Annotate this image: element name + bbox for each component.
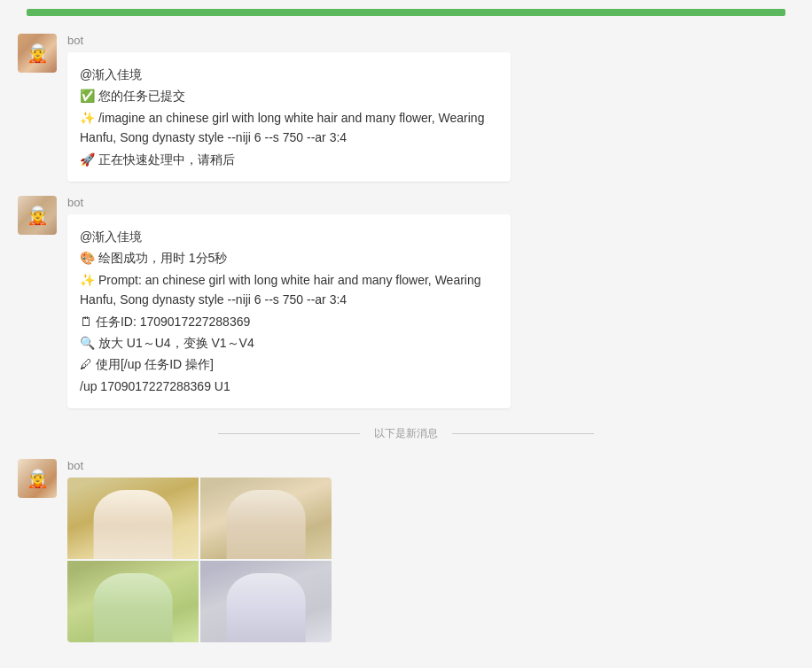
chat-container: 🧝 bot @渐入佳境 ✅ 您的任务已提交 ✨ /imagine an chin…: [0, 0, 812, 658]
avatar-3: 🧝: [18, 459, 57, 498]
msg1-line4: 🚀 正在快速处理中，请稍后: [80, 150, 498, 169]
top-bar: [27, 9, 785, 16]
grid-image-4[interactable]: [200, 561, 332, 642]
avatar-image-3: 🧝: [18, 459, 57, 498]
msg2-line5: 🔍 放大 U1～U4，变换 V1～V4: [80, 333, 498, 353]
msg2-line7: /up 17090172272883​69 U1: [80, 377, 498, 396]
grid-image-2[interactable]: [200, 478, 332, 559]
avatar-image-2: 🧝: [18, 196, 57, 235]
message-bubble-2: @渐入佳境 🎨 绘图成功，用时 1分5秒 ✨ Prompt: an chines…: [67, 214, 511, 408]
grid-image-1[interactable]: [67, 478, 199, 559]
message-row-3: 🧝 bot: [0, 452, 812, 649]
figure-4: [227, 573, 306, 642]
msg2-line4: 🗒 任务ID: 17090172272883​69: [80, 312, 498, 331]
figure-3: [94, 573, 173, 642]
sender-name-2: bot: [67, 196, 794, 209]
sender-name-1: bot: [67, 34, 794, 47]
divider-line-right: [452, 433, 594, 434]
figure-1: [94, 490, 173, 559]
divider-line-left: [218, 433, 360, 434]
sender-name-3: bot: [67, 459, 794, 472]
figure-2: [227, 490, 306, 559]
msg2-line1: @渐入佳境: [80, 227, 498, 246]
msg1-line1: @渐入佳境: [80, 65, 498, 84]
avatar-2: 🧝: [18, 196, 57, 235]
msg2-line6: 🖊 使用[/up 任务ID 操作]: [80, 354, 498, 374]
grid-image-3[interactable]: [67, 561, 199, 642]
message-row-1: 🧝 bot @渐入佳境 ✅ 您的任务已提交 ✨ /imagine an chin…: [0, 27, 812, 189]
msg2-line2: 🎨 绘图成功，用时 1分5秒: [80, 248, 498, 268]
avatar-image-1: 🧝: [18, 34, 57, 73]
msg1-line3: ✨ /imagine an chinese girl with long whi…: [80, 108, 498, 148]
message-bubble-1: @渐入佳境 ✅ 您的任务已提交 ✨ /imagine an chinese gi…: [67, 52, 511, 182]
divider-label: 以下是新消息: [360, 426, 452, 441]
message-content-1: bot @渐入佳境 ✅ 您的任务已提交 ✨ /imagine an chines…: [67, 34, 794, 182]
new-message-divider: 以下是新消息: [0, 416, 812, 452]
generated-image-grid[interactable]: [67, 478, 332, 642]
message-content-2: bot @渐入佳境 🎨 绘图成功，用时 1分5秒 ✨ Prompt: an ch…: [67, 196, 794, 408]
msg2-line3: ✨ Prompt: an chinese girl with long whit…: [80, 270, 498, 310]
avatar-1: 🧝: [18, 34, 57, 73]
message-row-2: 🧝 bot @渐入佳境 🎨 绘图成功，用时 1分5秒 ✨ Prompt: an …: [0, 189, 812, 416]
message-content-3: bot: [67, 459, 794, 642]
msg1-line2: ✅ 您的任务已提交: [80, 86, 498, 105]
